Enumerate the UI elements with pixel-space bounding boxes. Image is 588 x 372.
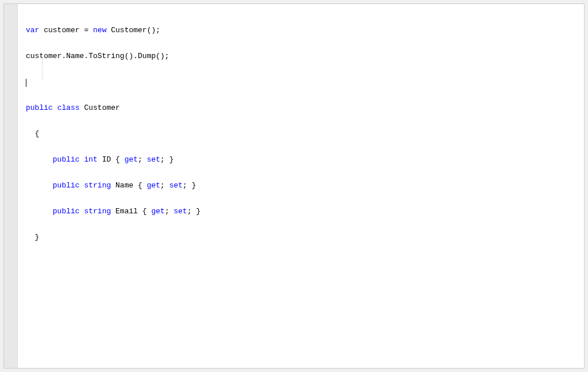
keyword-get: get <box>125 155 138 164</box>
text-cursor <box>26 79 26 87</box>
code-text-area[interactable]: var customer = new Customer(); customer.… <box>18 4 584 368</box>
code-line: public class Customer <box>26 103 579 112</box>
code-line: public string Email { get; set; } <box>26 207 579 216</box>
code-line: public string Name { get; set; } <box>26 181 579 190</box>
keyword-public: public <box>53 207 80 216</box>
keyword-public: public <box>53 155 80 164</box>
code-line: public int ID { get; set; } <box>26 155 579 164</box>
keyword-int: int <box>84 155 97 164</box>
keyword-set: set <box>169 181 183 190</box>
code-line: var customer = new Customer(); <box>26 26 579 34</box>
code-line: { <box>26 129 579 138</box>
keyword-string: string <box>84 181 111 190</box>
keyword-get: get <box>147 181 160 190</box>
keyword-string: string <box>84 207 111 216</box>
keyword-set: set <box>147 155 160 164</box>
keyword-get: get <box>151 207 164 216</box>
keyword-set: set <box>173 207 187 216</box>
code-line-cursor <box>26 78 579 86</box>
code-line: customer.Name.ToString().Dump(); <box>26 52 579 60</box>
keyword-public: public <box>53 181 80 190</box>
keyword-public: public <box>26 103 53 112</box>
keyword-class: class <box>57 103 80 112</box>
editor-gutter <box>4 4 18 368</box>
code-editor: var customer = new Customer(); customer.… <box>3 3 585 369</box>
code-line: } <box>26 233 579 241</box>
keyword-new: new <box>93 26 106 34</box>
keyword-var: var <box>26 26 39 34</box>
